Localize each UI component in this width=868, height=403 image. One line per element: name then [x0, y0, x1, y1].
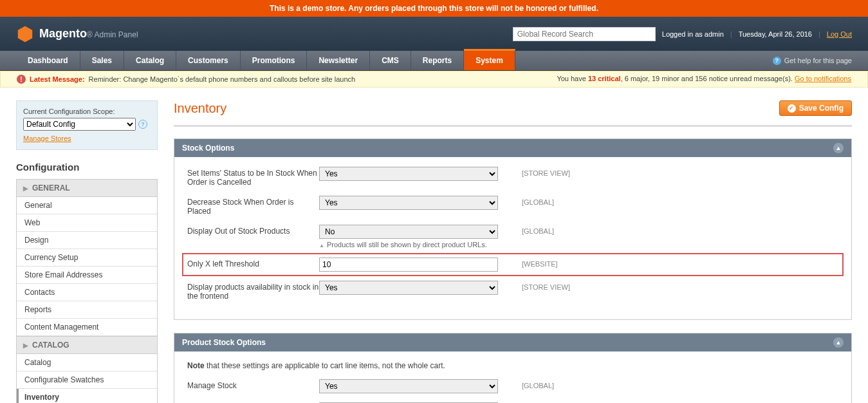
- header-date: Tuesday, April 26, 2016: [739, 30, 812, 38]
- nav-item-reports[interactable]: Reports: [411, 51, 464, 70]
- page-title: Inventory: [174, 101, 226, 116]
- fieldset: Product Stock Options▲Note that these se…: [174, 333, 852, 403]
- chevron-right-icon: ▶: [23, 185, 28, 192]
- logged-in-text: Logged in as admin: [662, 30, 724, 38]
- field-row: Display products availability in stock i…: [187, 281, 838, 301]
- field-label: Decrease Stock When Order is Placed: [187, 196, 319, 216]
- notification-summary: You have 13 critical, 6 major, 19 minor …: [557, 75, 851, 84]
- field-input[interactable]: Yes: [319, 196, 498, 210]
- nav-item-system[interactable]: System: [464, 49, 515, 70]
- field-row: Decrease Stock When Order is PlacedYes[G…: [187, 196, 838, 216]
- section-rule: [174, 125, 852, 127]
- fieldset-header[interactable]: Stock Options▲: [174, 139, 851, 157]
- field-scope: [GLOBAL]: [522, 379, 554, 389]
- field-scope: [WEBSITE]: [522, 258, 558, 268]
- config-title: Configuration: [16, 162, 158, 173]
- sidebar-item-general[interactable]: General: [17, 197, 157, 214]
- sidebar-item-inventory[interactable]: Inventory: [17, 389, 157, 403]
- collapse-icon: ▲: [833, 143, 844, 153]
- demo-banner: This is a demo store. Any orders placed …: [0, 0, 868, 17]
- check-icon: ✓: [788, 104, 796, 113]
- message-bar: ! Latest Message: Reminder: Change Magen…: [0, 71, 868, 88]
- notifications-link[interactable]: Go to notifications: [795, 75, 851, 82]
- header: Magento® Admin Panel Logged in as admin …: [0, 17, 868, 51]
- error-icon: !: [17, 75, 26, 84]
- scope-select[interactable]: Default Config: [23, 118, 136, 131]
- field-row: Manage StockYes[GLOBAL]: [187, 379, 838, 393]
- content: Inventory ✓ Save Config Stock Options▲Se…: [174, 100, 852, 403]
- field-row: Only X left Threshold[WEBSITE]: [182, 253, 844, 276]
- field-scope: [GLOBAL]: [522, 225, 554, 235]
- sidebar-item-reports[interactable]: Reports: [17, 301, 157, 319]
- field-label: Set Items' Status to be In Stock When Or…: [187, 167, 319, 187]
- sidebar-item-configurable-swatches[interactable]: Configurable Swatches: [17, 371, 157, 389]
- sidebar: Current Configuration Scope: Default Con…: [16, 100, 158, 403]
- sidebar-item-design[interactable]: Design: [17, 232, 157, 249]
- help-link[interactable]: ? Get help for this page: [773, 57, 852, 65]
- field-scope: [GLOBAL]: [522, 196, 554, 206]
- latest-message-label: Latest Message:: [30, 75, 85, 83]
- nav-item-catalog[interactable]: Catalog: [124, 51, 176, 70]
- chevron-right-icon: ▶: [23, 342, 28, 349]
- scope-help-icon[interactable]: ?: [138, 120, 147, 129]
- sidebar-group-header[interactable]: ▶CATALOG: [16, 336, 158, 354]
- sidebar-item-currency-setup[interactable]: Currency Setup: [17, 249, 157, 267]
- field-input[interactable]: No: [319, 225, 498, 239]
- fieldset: Stock Options▲Set Items' Status to be In…: [174, 138, 852, 320]
- logo[interactable]: Magento® Admin Panel: [16, 25, 138, 43]
- field-row: Display Out of Stock ProductsNoProducts …: [187, 225, 838, 248]
- logo-text: Magento® Admin Panel: [39, 27, 138, 41]
- nav-item-sales[interactable]: Sales: [80, 51, 124, 70]
- header-right: Logged in as admin | Tuesday, April 26, …: [513, 27, 852, 41]
- nav-item-customers[interactable]: Customers: [176, 51, 241, 70]
- field-scope: [STORE VIEW]: [522, 281, 570, 291]
- main-nav: DashboardSalesCatalogCustomersPromotions…: [0, 51, 868, 71]
- collapse-icon: ▲: [833, 337, 844, 348]
- logout-link[interactable]: Log Out: [827, 30, 852, 38]
- section-note: Note that these settings are applicable …: [187, 361, 838, 370]
- field-label: Only X left Threshold: [187, 258, 319, 268]
- scope-label: Current Configuration Scope:: [23, 108, 151, 115]
- manage-stores-link[interactable]: Manage Stores: [23, 135, 71, 142]
- save-config-button[interactable]: ✓ Save Config: [779, 100, 852, 116]
- nav-item-cms[interactable]: CMS: [370, 51, 411, 70]
- nav-item-dashboard[interactable]: Dashboard: [16, 51, 80, 70]
- scope-box: Current Configuration Scope: Default Con…: [16, 100, 158, 150]
- field-scope: [STORE VIEW]: [522, 167, 570, 177]
- field-label: Manage Stock: [187, 379, 319, 390]
- latest-message-text: Reminder: Change Magento`s default phone…: [89, 75, 356, 83]
- field-input[interactable]: Yes: [319, 379, 498, 393]
- nav-item-promotions[interactable]: Promotions: [241, 51, 308, 70]
- field-label: Display products availability in stock i…: [187, 281, 319, 301]
- fieldset-header[interactable]: Product Stock Options▲: [174, 333, 851, 351]
- sidebar-group-header[interactable]: ▶GENERAL: [16, 179, 158, 197]
- field-label: Display Out of Stock Products: [187, 225, 319, 236]
- field-input[interactable]: [319, 258, 498, 272]
- field-note: Products will still be shown by direct p…: [319, 241, 499, 248]
- sidebar-item-contacts[interactable]: Contacts: [17, 284, 157, 301]
- help-icon: ?: [773, 57, 781, 65]
- field-input[interactable]: Yes: [319, 167, 498, 181]
- magento-logo-icon: [16, 25, 34, 43]
- sidebar-item-content-management[interactable]: Content Management: [17, 319, 157, 336]
- global-search-input[interactable]: [513, 27, 656, 41]
- sidebar-item-store-email-addresses[interactable]: Store Email Addresses: [17, 267, 157, 284]
- field-input[interactable]: Yes: [319, 281, 498, 295]
- sidebar-item-web[interactable]: Web: [17, 214, 157, 232]
- field-row: Set Items' Status to be In Stock When Or…: [187, 167, 838, 187]
- nav-item-newsletter[interactable]: Newsletter: [307, 51, 370, 70]
- sidebar-item-catalog[interactable]: Catalog: [17, 354, 157, 371]
